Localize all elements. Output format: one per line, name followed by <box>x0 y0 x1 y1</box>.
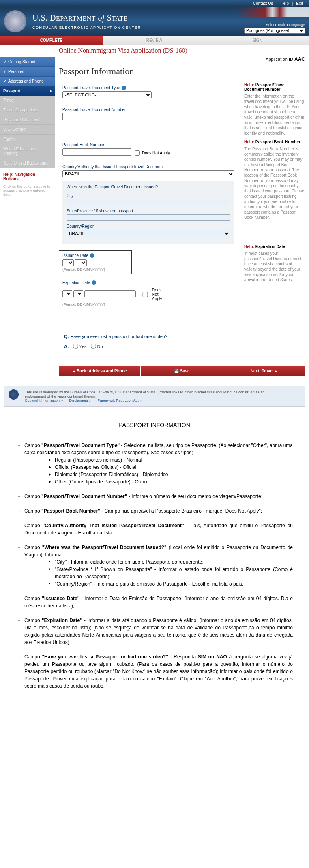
nav-companions: Travel Companions <box>0 105 55 115</box>
state-input[interactable] <box>67 214 230 221</box>
instructions: PASSPORT INFORMATION Campo "Passport/Tra… <box>0 413 309 705</box>
footer-seal-icon <box>9 389 19 400</box>
nav-contact: U.S. Contact <box>0 125 55 135</box>
lost-yes-label[interactable]: Yes <box>73 344 87 349</box>
contact-link[interactable]: Contact Us <box>253 1 273 6</box>
book-number-input[interactable] <box>62 148 131 156</box>
expiration-year[interactable] <box>84 290 136 297</box>
exp-dna-label[interactable]: Does Not Apply <box>140 288 169 301</box>
exit-link[interactable]: Exit <box>296 1 303 6</box>
date-format-hint: (Format: DD-MMM-YYYY) <box>62 267 128 272</box>
issuance-day[interactable] <box>62 259 74 266</box>
book-dna-checkbox[interactable] <box>135 150 140 156</box>
help-icon[interactable]: i <box>90 253 94 258</box>
inst-item: Campo "Issuance Date" - Informar a Data … <box>16 595 293 609</box>
header-subtitle: CONSULAR ELECTRONIC APPLICATION CENTER <box>32 26 141 30</box>
instructions-title: PASSPORT INFORMATION <box>16 421 293 430</box>
doc-type-label: Passport/Travel Document Type i <box>62 86 234 90</box>
book-dna-label[interactable]: Does Not Apply <box>135 150 170 156</box>
nav-help: Help: Navigation Buttons Click on the bu… <box>0 168 55 201</box>
paperwork-link[interactable]: Paperwork Reduction Act <box>98 398 142 402</box>
doc-number-label: Passport/Travel Document Number <box>62 107 234 112</box>
issued-by-label: Country/Authority that Issued Passport/T… <box>62 165 234 169</box>
language-select[interactable]: Português (Portuguese) <box>244 28 305 34</box>
check-icon <box>3 79 6 83</box>
app-id: Application ID AAC <box>59 56 305 62</box>
issuance-label: Issuance Date i <box>62 253 128 258</box>
issued-by-select[interactable]: BRAZIL <box>62 170 234 177</box>
country-select[interactable]: BRAZIL <box>67 230 230 237</box>
language-label: Select Tooltip Language <box>244 23 305 27</box>
country-label: Country/Region <box>67 224 230 229</box>
check-icon <box>3 69 6 74</box>
progress-tabs: COMPLETE REVIEW SIGN <box>0 36 309 45</box>
lost-no-radio[interactable] <box>91 344 96 349</box>
nav-getting-started[interactable]: Getting Started <box>0 57 55 67</box>
nav-address[interactable]: Address and Phone <box>0 77 55 86</box>
save-button[interactable]: 💾 Save <box>141 366 223 376</box>
button-bar: ◄ Back: Address and Phone 💾 Save Next: T… <box>59 366 305 376</box>
back-button[interactable]: ◄ Back: Address and Phone <box>59 366 140 376</box>
help-icon[interactable]: i <box>92 280 96 285</box>
top-links-bar: Contact Us | Help | Exit <box>0 0 309 7</box>
page-title: Passport Information <box>59 66 305 77</box>
inst-item: Campo "Have you ever lost a Passaport or… <box>16 653 293 690</box>
inst-item: Campo "Country/Authority That Issued Pas… <box>16 522 293 537</box>
nav-work: Work / Education / Training <box>0 144 55 158</box>
tab-complete[interactable]: COMPLETE <box>0 36 103 45</box>
header-title: U.S. DEPARTMENT of STATE <box>32 13 141 23</box>
lost-passport-question: Q: Have you ever lost a passport or had … <box>59 329 305 354</box>
header: U.S. DEPARTMENT of STATE CONSULAR ELECTR… <box>0 7 309 36</box>
nav-travel: Travel <box>0 96 55 105</box>
issuance-month[interactable] <box>75 259 86 266</box>
book-number-label: Passport Book Number <box>62 143 234 147</box>
inst-item: Campo "Passport/Travel Document Number" … <box>16 493 293 500</box>
nav-security: Security and Background <box>0 158 55 168</box>
date-format-hint: (Format: DD-MMM-YYYY) <box>62 302 169 306</box>
doc-type-select[interactable]: -SELECT ONE- <box>62 91 152 98</box>
nav-personal[interactable]: Personal <box>0 67 55 77</box>
inst-item: Campo "Expiration Date" - Informar a dat… <box>16 617 293 646</box>
footer: This site is managed by the Bureau of Co… <box>4 386 305 407</box>
nav-family: Family <box>0 135 55 144</box>
next-button[interactable]: Next: Travel ► <box>223 366 305 376</box>
lost-no-label[interactable]: No <box>91 344 103 349</box>
inst-item: Campo "Passport/Travel Document Type" - … <box>16 442 293 485</box>
help-book-number: Help: Passport Book Number The Passport … <box>244 140 305 220</box>
expiration-label: Expiration Date i <box>62 280 169 285</box>
state-seal-icon <box>4 10 26 32</box>
help-icon[interactable]: i <box>122 86 126 90</box>
tab-review[interactable]: REVIEW <box>103 36 206 45</box>
doc-number-input[interactable] <box>62 113 234 120</box>
city-input[interactable] <box>67 199 230 205</box>
inst-item: Campo "Passport Book Number" - Campo não… <box>16 507 293 515</box>
city-label: City <box>67 193 230 198</box>
copyright-link[interactable]: Copyright Information <box>25 398 63 402</box>
where-issued-label: Where was the Passport/Travel Document I… <box>67 185 230 189</box>
app-title: Online Nonimmigrant Visa Application (DS… <box>59 47 305 54</box>
tab-sign[interactable]: SIGN <box>206 36 309 45</box>
help-expiration: Help: Expiration Date In most cases your… <box>244 244 305 282</box>
state-label: State/Province *If shown on passport <box>67 209 230 213</box>
help-doc-number: Help: Passport/Travel Document Number En… <box>244 83 305 136</box>
expiration-month[interactable] <box>73 290 83 297</box>
inst-item: Campo "Where was the Passport/Travel Doc… <box>16 544 293 588</box>
sidebar: Getting Started Personal Address and Pho… <box>0 45 55 380</box>
nav-previous: Previous U.S. Travel <box>0 115 55 125</box>
where-issued-box: Where was the Passport/Travel Document I… <box>62 181 234 244</box>
flag-decoration <box>236 7 309 17</box>
nav-passport[interactable]: Passport <box>0 86 55 96</box>
exp-dna-checkbox[interactable] <box>140 292 150 297</box>
help-link[interactable]: Help <box>281 1 289 6</box>
lost-yes-radio[interactable] <box>73 344 78 349</box>
check-icon <box>3 60 6 64</box>
issuance-year[interactable] <box>88 259 128 266</box>
expiration-day[interactable] <box>62 290 72 297</box>
disclaimers-link[interactable]: Disclaimers <box>69 398 92 402</box>
